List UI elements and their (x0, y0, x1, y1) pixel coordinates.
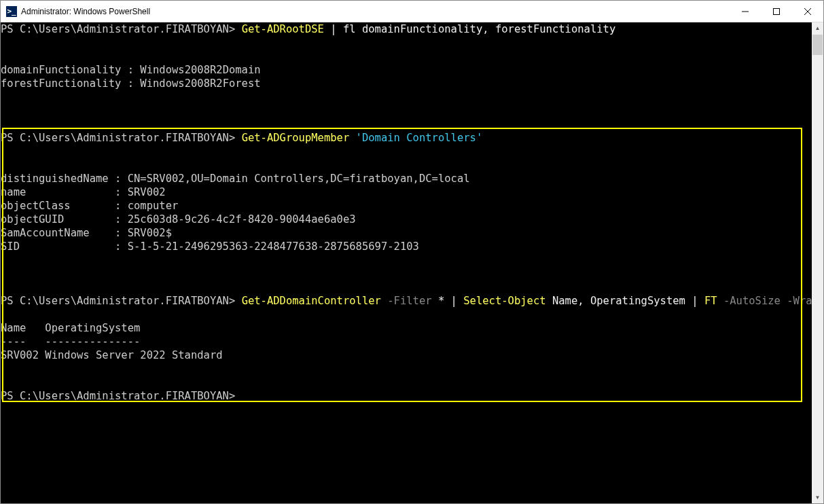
scroll-down-button[interactable]: ▼ (812, 492, 823, 503)
vertical-scrollbar[interactable]: ▲ ▼ (812, 22, 823, 503)
output-value: Windows2008R2Domain (140, 64, 260, 76)
cmd-args: domainFunctionality, forestFunctionality (362, 23, 615, 35)
powershell-icon: >_ (6, 6, 17, 17)
output-line: SID : (1, 240, 128, 253)
pipe-text: | (692, 295, 704, 307)
cmd-arg: * (438, 295, 451, 307)
scroll-up-button[interactable]: ▲ (812, 22, 823, 34)
output-line: objectGUID : (1, 213, 128, 226)
output-value: SRV002$ (128, 227, 172, 239)
output-line: objectClass : (1, 200, 128, 212)
output-value: 25c603d8-9c26-4c2f-8420-90044ae6a0e3 (128, 213, 356, 226)
cmdlet-text: Select-Object (463, 295, 552, 307)
output-line: SamAccountName : (1, 227, 128, 239)
pipe-text: | (324, 23, 343, 35)
maximize-button[interactable] (761, 1, 792, 22)
output-value: Windows2008R2Forest (140, 77, 260, 90)
prompt-text: PS C:\Users\Administrator.FIRATBOYAN> (1, 295, 235, 307)
cmdlet-text: Get-ADRootDSE (242, 23, 324, 35)
cmd-args: Name, OperatingSystem (552, 295, 692, 307)
svg-rect-1 (774, 8, 780, 14)
cmdlet-text: Get-ADGroupMember (242, 132, 350, 144)
table-header: Name OperatingSystem (1, 322, 140, 334)
cmdlet-text: FT (704, 295, 717, 307)
cmdlet-text: Get-ADDomainController (242, 295, 381, 307)
cmd-text: fl (343, 23, 362, 35)
prompt-text: PS C:\Users\Administrator.FIRATBOYAN> (1, 132, 235, 144)
output-value: computer (128, 200, 179, 212)
close-button[interactable] (792, 1, 823, 22)
output-line: distinguishedName : (1, 173, 128, 185)
minimize-button[interactable] (730, 1, 761, 22)
window-controls (730, 1, 823, 22)
cmd-param: -AutoSize -Wrap (717, 295, 819, 307)
window-title: Administrator: Windows PowerShell (21, 7, 730, 16)
cmd-arg-string: 'Domain Controllers' (349, 132, 482, 144)
output-line: domainFunctionality : (1, 64, 140, 76)
output-value: S-1-5-21-2496295363-2248477638-287568569… (128, 240, 419, 253)
output-line: forestFunctionality : (1, 77, 140, 90)
cmd-param: -Filter (381, 295, 438, 307)
table-row: SRV002 Windows Server 2022 Standard (1, 349, 223, 361)
output-line: name : (1, 186, 128, 198)
prompt-text: PS C:\Users\Administrator.FIRATBOYAN> (1, 23, 235, 35)
output-value: CN=SRV002,OU=Domain Controllers,DC=firat… (128, 173, 470, 185)
prompt-text: PS C:\Users\Administrator.FIRATBOYAN> (1, 390, 235, 402)
output-value: SRV002 (128, 186, 166, 198)
pipe-text: | (451, 295, 464, 307)
window-titlebar: >_ Administrator: Windows PowerShell (1, 1, 823, 22)
console-area[interactable]: PS C:\Users\Administrator.FIRATBOYAN> Ge… (1, 22, 823, 503)
table-divider: ---- --------------- (1, 336, 140, 348)
console-output[interactable]: PS C:\Users\Administrator.FIRATBOYAN> Ge… (1, 22, 812, 503)
scroll-thumb[interactable] (812, 35, 823, 55)
